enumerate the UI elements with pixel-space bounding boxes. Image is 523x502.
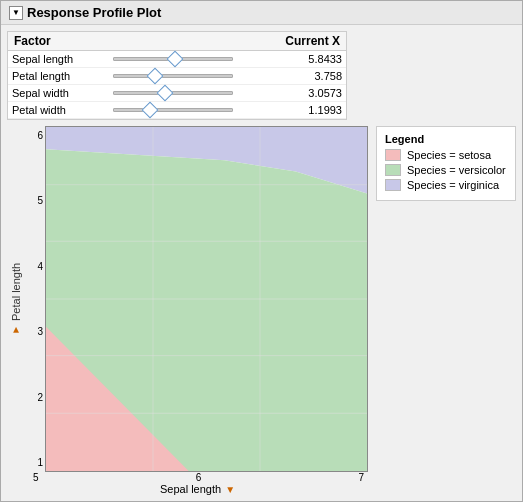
legend-label-2: Species = virginica bbox=[407, 179, 499, 191]
y-ticks: 123456 bbox=[25, 126, 45, 472]
controls-row-3: Petal width1.1993 bbox=[8, 102, 346, 119]
legend-item-0: Species = setosa bbox=[385, 149, 507, 161]
controls-row-0: Sepal length5.8433 bbox=[8, 51, 346, 68]
chart-inner: 123456 bbox=[25, 126, 368, 472]
slider-cell-3[interactable] bbox=[109, 102, 267, 119]
y-tick-1: 2 bbox=[27, 392, 43, 403]
controls-row-2: Sepal width3.0573 bbox=[8, 85, 346, 102]
chart-plot[interactable] bbox=[45, 126, 368, 472]
legend-color-2 bbox=[385, 179, 401, 191]
legend-item-1: Species = versicolor bbox=[385, 164, 507, 176]
slider-thumb-0[interactable] bbox=[167, 51, 184, 68]
factor-value-3: 1.1993 bbox=[267, 102, 346, 119]
legend-items: Species = setosaSpecies = versicolorSpec… bbox=[385, 149, 507, 191]
y-tick-0: 1 bbox=[27, 457, 43, 468]
x-tick-1: 6 bbox=[196, 472, 202, 483]
y-tick-2: 3 bbox=[27, 326, 43, 337]
controls-table: Factor Current X Sepal length5.8433Petal… bbox=[7, 31, 347, 120]
y-tick-3: 4 bbox=[27, 261, 43, 272]
factor-name-1: Petal length bbox=[8, 68, 109, 85]
slider-thumb-2[interactable] bbox=[157, 85, 174, 102]
y-tick-4: 5 bbox=[27, 195, 43, 206]
legend-color-1 bbox=[385, 164, 401, 176]
slider-thumb-3[interactable] bbox=[142, 102, 159, 119]
legend: Legend Species = setosaSpecies = versico… bbox=[376, 126, 516, 201]
window-title: Response Profile Plot bbox=[27, 5, 161, 20]
x-axis-arrow[interactable]: ▼ bbox=[225, 484, 235, 495]
chart-with-yaxis: ▼ Petal length 123456 bbox=[7, 126, 368, 472]
legend-title: Legend bbox=[385, 133, 507, 145]
x-tick-2: 7 bbox=[358, 472, 364, 483]
x-ticks: 567 bbox=[29, 472, 368, 483]
controls-row-1: Petal length3.758 bbox=[8, 68, 346, 85]
title-bar: ▼ Response Profile Plot bbox=[1, 1, 522, 25]
chart-wrapper: ▼ Petal length 123456 bbox=[7, 126, 368, 495]
factor-name-2: Sepal width bbox=[8, 85, 109, 102]
x-axis-label-text: Sepal length bbox=[160, 483, 221, 495]
factor-name-3: Petal width bbox=[8, 102, 109, 119]
legend-color-0 bbox=[385, 149, 401, 161]
x-tick-0: 5 bbox=[33, 472, 39, 483]
main-window: ▼ Response Profile Plot Factor Current X… bbox=[0, 0, 523, 502]
slider-cell-0[interactable] bbox=[109, 51, 267, 68]
y-axis-label-container: ▼ Petal length bbox=[7, 126, 25, 472]
factor-name-0: Sepal length bbox=[8, 51, 109, 68]
chart-svg bbox=[46, 127, 367, 471]
y-axis-label-text: Petal length bbox=[10, 262, 22, 320]
legend-label-0: Species = setosa bbox=[407, 149, 491, 161]
slider-thumb-1[interactable] bbox=[147, 68, 164, 85]
legend-item-2: Species = virginica bbox=[385, 179, 507, 191]
col-factor-header: Factor bbox=[8, 32, 109, 51]
x-axis-row: 567 bbox=[7, 472, 368, 483]
y-tick-5: 6 bbox=[27, 130, 43, 141]
factor-value-0: 5.8433 bbox=[267, 51, 346, 68]
factor-value-2: 3.0573 bbox=[267, 85, 346, 102]
legend-label-1: Species = versicolor bbox=[407, 164, 506, 176]
x-axis-label-row: Sepal length ▼ bbox=[7, 483, 368, 495]
col-value-header: Current X bbox=[267, 32, 346, 51]
collapse-icon[interactable]: ▼ bbox=[9, 6, 23, 20]
y-axis-arrow[interactable]: ▼ bbox=[11, 325, 22, 336]
slider-cell-1[interactable] bbox=[109, 68, 267, 85]
content-area: Factor Current X Sepal length5.8433Petal… bbox=[1, 25, 522, 501]
slider-cell-2[interactable] bbox=[109, 85, 267, 102]
factor-value-1: 3.758 bbox=[267, 68, 346, 85]
chart-area: ▼ Petal length 123456 bbox=[7, 126, 516, 495]
col-slider-header bbox=[109, 32, 267, 51]
